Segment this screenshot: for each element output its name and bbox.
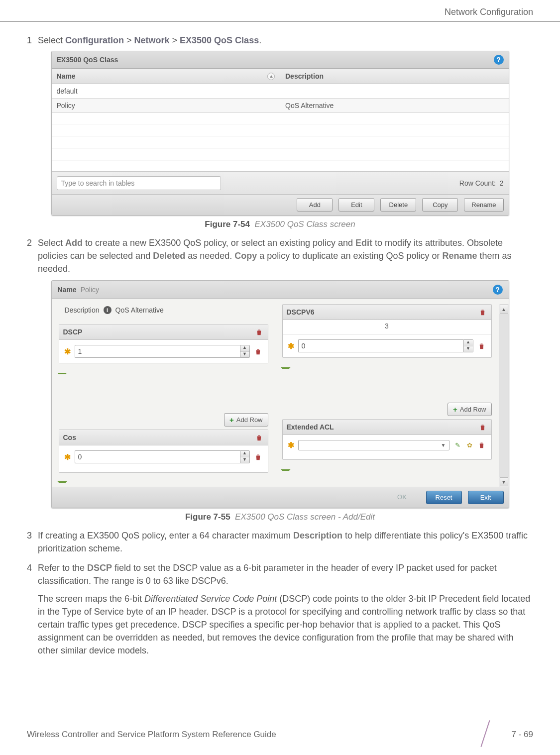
text: > xyxy=(170,35,180,45)
trash-icon[interactable] xyxy=(477,441,486,450)
cell-name: default xyxy=(52,84,281,98)
qos-class-panel: EX3500 QoS Class ? Name Description defa… xyxy=(51,51,509,216)
add-row-button[interactable]: +Add Row xyxy=(448,403,492,416)
required-star-icon: ✱ xyxy=(288,440,294,450)
trash-icon[interactable] xyxy=(255,327,264,336)
table-header: Name Description xyxy=(52,69,509,84)
dscpv6-value[interactable]: 0 xyxy=(298,339,463,352)
step-2: 2 Select Add to create a new EX3500 QoS … xyxy=(27,236,533,275)
panel-titlebar: Name Policy ? xyxy=(52,281,509,299)
text: a policy to duplicate an existing QoS po… xyxy=(257,251,442,261)
trash-icon[interactable] xyxy=(478,308,487,317)
bold-rename: Rename xyxy=(442,251,477,261)
dscpv6-count: 3 xyxy=(283,320,491,334)
step-4: 4 Refer to the DSCP field to set the DSC… xyxy=(27,561,533,657)
rename-button[interactable]: Rename xyxy=(464,198,503,212)
step-3: 3 If creating a EX3500 QoS policy, enter… xyxy=(27,529,533,555)
table-row[interactable]: default xyxy=(52,84,509,99)
copy-button[interactable]: Copy xyxy=(422,198,458,212)
edit-handle-icon[interactable] xyxy=(57,476,67,486)
chevron-down-icon: ▼ xyxy=(441,442,446,448)
step-body: Select Configuration > Network > EX3500 … xyxy=(38,34,533,47)
scroll-track[interactable] xyxy=(499,314,509,477)
trash-icon[interactable] xyxy=(477,341,486,350)
left-column: Description i QoS Alternative DSCP ✱ 1 ▲… xyxy=(52,304,275,487)
description-value: QoS Alternative xyxy=(115,306,164,314)
text: Add Row xyxy=(460,406,486,413)
page-number: 7 - 69 xyxy=(512,730,533,740)
gear-icon[interactable]: ✿ xyxy=(465,441,474,450)
scroll-up-icon[interactable]: ▲ xyxy=(500,305,508,314)
edit-handle-icon[interactable] xyxy=(281,464,291,474)
scroll-down-icon[interactable]: ▼ xyxy=(500,477,508,486)
sort-icon[interactable] xyxy=(267,73,275,80)
bold-deleted: Deleted xyxy=(153,251,185,261)
table-footer-bar: Type to search in tables Row Count: 2 xyxy=(52,172,509,194)
cell-name: Policy xyxy=(52,99,281,112)
edit-button[interactable]: Edit xyxy=(338,198,374,212)
extacl-title: Extended ACL xyxy=(287,423,334,431)
col-desc-header[interactable]: Description xyxy=(280,69,509,84)
plus-icon: + xyxy=(229,416,234,424)
add-row-button[interactable]: +Add Row xyxy=(224,413,268,427)
dscpv6-input[interactable]: 0 ▲▼ xyxy=(298,339,473,352)
text: If creating a EX3500 QoS policy, enter a… xyxy=(38,531,293,540)
text: Add Row xyxy=(236,416,263,424)
spinner[interactable]: ▲▼ xyxy=(240,345,250,358)
panel-title: EX3500 QoS Class xyxy=(57,56,118,64)
footer-slash-icon xyxy=(471,722,506,747)
text: as needed. xyxy=(185,251,234,261)
running-header: Network Configuration xyxy=(0,0,560,17)
text: Name xyxy=(57,72,76,80)
trash-icon[interactable] xyxy=(478,423,487,431)
description-label: Description xyxy=(65,306,100,314)
button-bar: Add Edit Delete Copy Rename xyxy=(52,194,509,215)
figure-caption-text: EX3500 QoS Class screen xyxy=(254,219,355,229)
footer-text: Wireless Controller and Service Platform… xyxy=(27,730,471,740)
dscp-input[interactable]: 1 ▲▼ xyxy=(75,345,250,358)
dscpv6-title: DSCPV6 xyxy=(287,308,315,316)
info-icon[interactable]: i xyxy=(104,306,112,314)
help-icon[interactable]: ? xyxy=(494,55,504,65)
figure-label: Figure 7-55 xyxy=(185,512,230,522)
extended-acl-group: Extended ACL ✱ ▼ ✎ ✿ xyxy=(282,419,492,460)
trash-icon[interactable] xyxy=(254,452,263,461)
cos-input[interactable]: 0 ▲▼ xyxy=(75,450,250,463)
bold-copy: Copy xyxy=(234,251,257,261)
cos-value[interactable]: 0 xyxy=(75,450,240,463)
bold-dscp: DSCP xyxy=(87,563,112,573)
extacl-dropdown[interactable]: ▼ xyxy=(298,440,449,450)
dscp-value[interactable]: 1 xyxy=(75,345,240,358)
text: Select xyxy=(38,35,65,45)
description-row: Description i QoS Alternative xyxy=(59,304,268,321)
exit-button[interactable]: Exit xyxy=(468,491,504,504)
text: Select xyxy=(38,238,65,248)
help-icon[interactable]: ? xyxy=(493,285,503,295)
search-input[interactable]: Type to search in tables xyxy=(57,176,221,190)
panel-titlebar: EX3500 QoS Class ? xyxy=(52,51,509,69)
spinner[interactable]: ▲▼ xyxy=(240,450,250,463)
spinner[interactable]: ▲▼ xyxy=(463,339,473,352)
scrollbar[interactable]: ▲ ▼ xyxy=(499,304,509,487)
path-network: Network xyxy=(134,35,170,45)
table-empty-area xyxy=(52,113,509,172)
step-number: 3 xyxy=(27,529,38,555)
bold-description: Description xyxy=(293,531,342,540)
italic-dscp: Differentiated Service Code Point xyxy=(144,594,277,604)
col-name-header[interactable]: Name xyxy=(52,69,281,84)
ok-button[interactable]: OK xyxy=(384,491,420,504)
text: . xyxy=(259,35,261,45)
add-button[interactable]: Add xyxy=(297,198,333,212)
text: The screen maps the 6-bit xyxy=(38,594,144,604)
bold-add: Add xyxy=(65,238,83,248)
name-value: Policy xyxy=(81,286,99,294)
table-row[interactable]: Policy QoS Alternative xyxy=(52,99,509,113)
delete-button[interactable]: Delete xyxy=(380,198,416,212)
trash-icon[interactable] xyxy=(254,347,263,356)
reset-button[interactable]: Reset xyxy=(426,491,462,504)
row-count-value: 2 xyxy=(500,179,504,187)
trash-icon[interactable] xyxy=(255,433,264,442)
bold-edit: Edit xyxy=(355,238,372,248)
figure-caption: Figure 7-55 EX3500 QoS Class screen - Ad… xyxy=(27,512,533,522)
create-icon[interactable]: ✎ xyxy=(453,441,462,450)
